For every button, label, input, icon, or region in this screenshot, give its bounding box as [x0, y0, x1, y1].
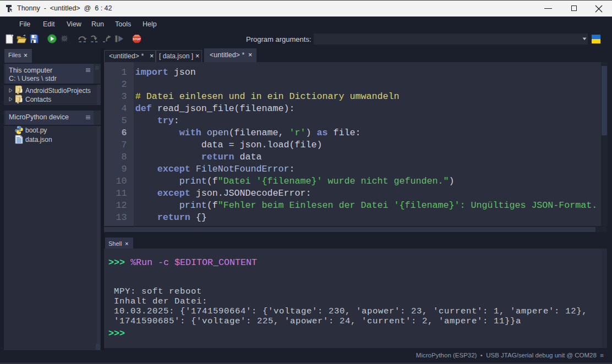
svg-text:STOP: STOP — [133, 37, 141, 41]
